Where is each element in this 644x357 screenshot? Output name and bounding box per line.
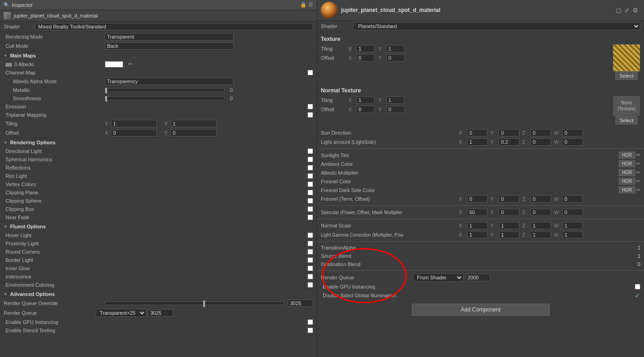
ambient-color-edit-icon[interactable]: ✏ bbox=[636, 161, 640, 167]
render-queue-override-slider[interactable] bbox=[105, 301, 284, 305]
tex-offset-x-val[interactable] bbox=[356, 54, 375, 62]
clipping-sphere-checkbox[interactable] bbox=[308, 198, 313, 204]
reflections-checkbox[interactable] bbox=[308, 165, 313, 170]
ft-z-val[interactable] bbox=[530, 195, 551, 203]
norm-offset-y-val[interactable] bbox=[386, 106, 405, 113]
environment-coloring-checkbox[interactable] bbox=[308, 282, 313, 288]
vertex-colors-label: Vertex Colors bbox=[4, 181, 308, 187]
enable-gpu-right-checkbox[interactable] bbox=[635, 284, 640, 289]
fresnel-dark-hdr-btn[interactable]: HDR bbox=[619, 187, 635, 193]
lg-x-val[interactable] bbox=[467, 231, 488, 238]
round-corners-checkbox[interactable] bbox=[308, 249, 313, 255]
tex-tiling-y-val[interactable] bbox=[386, 45, 405, 52]
rendering-mode-value[interactable] bbox=[105, 33, 234, 40]
albedo-alpha-value[interactable] bbox=[105, 78, 234, 85]
normal-select-button[interactable]: Select bbox=[616, 116, 638, 125]
render-queue-right-dropdown[interactable]: From Shader bbox=[413, 273, 463, 282]
clipping-plane-checkbox[interactable] bbox=[308, 190, 313, 195]
expand-icon[interactable]: ⤢ bbox=[624, 6, 630, 14]
inner-glow-checkbox[interactable] bbox=[308, 266, 313, 271]
norm-tiling-x-val[interactable] bbox=[356, 96, 375, 104]
near-fade-checkbox[interactable] bbox=[308, 215, 313, 220]
vertex-colors-checkbox[interactable] bbox=[308, 181, 313, 187]
advanced-options-section[interactable]: Advanced Options bbox=[0, 289, 317, 299]
ns-z-val[interactable] bbox=[530, 222, 551, 229]
ft-x-val[interactable] bbox=[467, 195, 488, 203]
proximity-light-checkbox[interactable] bbox=[308, 241, 313, 246]
la-y-val[interactable] bbox=[499, 138, 519, 146]
albedo-multiplier-edit-icon[interactable]: ✏ bbox=[636, 170, 640, 176]
pencil-icon[interactable]: ✏ bbox=[128, 61, 132, 67]
fluent-options-section[interactable]: Fluent Options bbox=[0, 221, 317, 231]
shader-input-left[interactable] bbox=[35, 23, 313, 30]
directional-light-checkbox[interactable] bbox=[308, 148, 313, 154]
sunlight-tint-edit-icon[interactable]: ✏ bbox=[636, 152, 640, 158]
edit-icon[interactable]: ◻ bbox=[616, 6, 621, 14]
sp-w-val[interactable] bbox=[562, 209, 583, 216]
sp-y-val[interactable] bbox=[499, 209, 519, 216]
menu-icon[interactable]: ☰ bbox=[308, 2, 313, 8]
tiling-y-label: Y bbox=[164, 121, 167, 126]
triplanar-checkbox[interactable] bbox=[308, 112, 313, 118]
ambient-color-hdr-btn[interactable]: HDR bbox=[619, 160, 635, 167]
sun-x-val[interactable] bbox=[467, 129, 488, 136]
spherical-harmonics-checkbox[interactable] bbox=[308, 157, 313, 162]
right-shader-dropdown[interactable]: Planets/Standard bbox=[353, 22, 640, 30]
sun-y-val[interactable] bbox=[499, 129, 519, 136]
norm-offset-x-val[interactable] bbox=[356, 106, 375, 113]
enable-gpu-left-checkbox[interactable] bbox=[308, 319, 313, 325]
metallic-slider-track[interactable] bbox=[105, 88, 224, 92]
main-maps-section[interactable]: Main Maps bbox=[0, 51, 317, 60]
ns-y-val[interactable] bbox=[499, 222, 519, 229]
sp-z-val[interactable] bbox=[530, 209, 551, 216]
tiling-x-field[interactable] bbox=[111, 120, 157, 127]
add-component-button[interactable]: Add Component bbox=[412, 304, 550, 316]
albedo-multiplier-hdr-btn[interactable]: HDR bbox=[619, 169, 635, 176]
offset-y-field[interactable] bbox=[171, 129, 217, 136]
emission-checkbox[interactable] bbox=[308, 104, 313, 109]
iridescence-checkbox[interactable] bbox=[308, 274, 313, 279]
rim-light-checkbox[interactable] bbox=[308, 173, 313, 179]
sunlight-tint-hdr-btn[interactable]: HDR bbox=[619, 152, 635, 159]
enable-stencil-checkbox[interactable] bbox=[308, 328, 313, 333]
channel-map-checkbox[interactable] bbox=[308, 70, 313, 75]
fresnel-color-edit-icon[interactable]: ✏ bbox=[636, 178, 640, 184]
light-amount-label: Light amount (LightSide) bbox=[321, 139, 459, 145]
clipping-box-checkbox[interactable] bbox=[308, 206, 313, 212]
source-blend-row: Source Blend 1 bbox=[317, 252, 644, 260]
offset-x-field[interactable] bbox=[111, 129, 157, 136]
smoothness-slider-track[interactable] bbox=[105, 96, 224, 100]
render-queue-right-val[interactable] bbox=[465, 274, 490, 281]
ft-w-val[interactable] bbox=[562, 195, 583, 203]
norm-tiling-y-val[interactable] bbox=[386, 96, 405, 104]
la-x-val[interactable] bbox=[467, 138, 488, 146]
cull-mode-value[interactable] bbox=[105, 42, 234, 50]
texture-select-button[interactable]: Select bbox=[616, 72, 638, 80]
lg-w-val[interactable] bbox=[562, 231, 583, 238]
la-w-val[interactable] bbox=[562, 138, 583, 146]
tex-offset-y-val[interactable] bbox=[386, 54, 405, 62]
hover-light-checkbox[interactable] bbox=[308, 232, 313, 238]
render-queue-val-left[interactable] bbox=[148, 309, 173, 317]
la-z-val[interactable] bbox=[530, 138, 551, 146]
fresnel-color-hdr-btn[interactable]: HDR bbox=[619, 178, 635, 185]
ft-y-val[interactable] bbox=[499, 195, 519, 203]
render-queue-override-val[interactable] bbox=[288, 300, 313, 307]
lg-y-val[interactable] bbox=[499, 231, 519, 238]
fresnel-dark-edit-icon[interactable]: ✏ bbox=[636, 187, 640, 193]
lock-icon[interactable]: 🔒 bbox=[300, 2, 307, 8]
tiling-y-field[interactable] bbox=[171, 120, 217, 127]
ns-x-val[interactable] bbox=[467, 222, 488, 229]
sun-w-val[interactable] bbox=[562, 129, 583, 136]
border-light-checkbox[interactable] bbox=[308, 257, 313, 263]
render-queue-dropdown-left[interactable]: Transparent+25 Transparent bbox=[96, 309, 146, 317]
gear-icon-right[interactable]: ⚙ bbox=[633, 6, 638, 14]
sun-z-val[interactable] bbox=[530, 129, 551, 136]
ns-w-val[interactable] bbox=[562, 222, 583, 229]
rendering-options-section[interactable]: Rendering Options bbox=[0, 137, 317, 147]
tex-tiling-x-val[interactable] bbox=[356, 45, 375, 52]
sp-x-val[interactable] bbox=[467, 209, 488, 216]
lg-z-val[interactable] bbox=[530, 231, 551, 238]
albedo-color-swatch[interactable] bbox=[105, 61, 123, 68]
clipping-box-row: Clipping Box bbox=[0, 205, 317, 213]
